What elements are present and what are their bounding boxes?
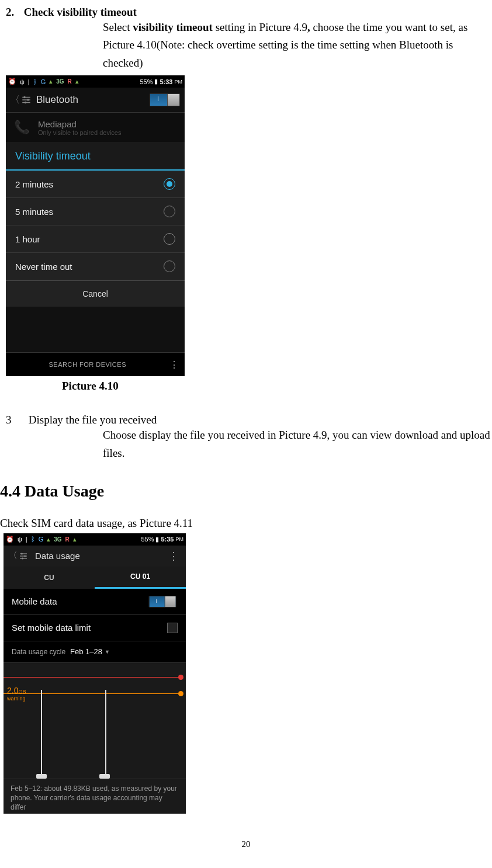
- overflow-icon[interactable]: ⋮: [166, 550, 181, 563]
- divider-icon: |: [26, 536, 27, 543]
- range-handle-left[interactable]: [36, 774, 47, 779]
- battery-icon: ▮: [154, 78, 158, 85]
- g-icon: G: [41, 78, 46, 85]
- radio-selected-icon: [164, 178, 175, 190]
- section2-body: Select visibility timeout setting in Pic…: [103, 19, 492, 72]
- row-label: Set mobile data limit: [12, 623, 91, 633]
- cycle-value: Feb 1–28: [70, 647, 102, 656]
- status-bar: ⏰ ψ | ᛒ G ▴ 3G R ▴ 55% ▮ 5:33 PM: [6, 75, 185, 88]
- option-label: 2 minutes: [15, 179, 53, 189]
- usage-chart[interactable]: 2.0GB warning: [4, 663, 186, 779]
- back-icon[interactable]: 〈: [8, 550, 18, 562]
- bluetooth-icon: ᛒ: [31, 536, 35, 543]
- svg-point-9: [21, 553, 23, 554]
- signal-icon: ▴: [49, 78, 53, 85]
- tab-cu01[interactable]: CU 01: [95, 567, 186, 589]
- range-handle-right[interactable]: [99, 774, 110, 779]
- bluetooth-header: 〈 Bluetooth I: [6, 88, 185, 113]
- figure-caption: Picture 4.10: [62, 380, 492, 393]
- bluetooth-icon: ᛒ: [33, 78, 37, 85]
- battery-pct: 55%: [140, 78, 153, 85]
- usage-summary: Feb 5–12: about 49.83KB used, as measure…: [4, 779, 186, 814]
- svg-point-5: [25, 102, 26, 103]
- footer-bar: SEARCH FOR DEVICES ⋮: [6, 352, 185, 376]
- tab-cu[interactable]: CU: [4, 567, 95, 589]
- bluetooth-toggle[interactable]: I: [150, 93, 180, 106]
- item-title: Display the file you received: [29, 414, 157, 426]
- network-icon: 3G: [54, 536, 61, 543]
- debug-icon: ψ: [18, 536, 22, 543]
- row-label: Mobile data: [12, 596, 57, 606]
- set-limit-row[interactable]: Set mobile data limit: [4, 615, 186, 641]
- option-never[interactable]: Never time out: [6, 253, 185, 280]
- battery-pct: 55%: [141, 536, 154, 543]
- option-label: Never time out: [15, 262, 72, 272]
- device-row: 📞 Mediapad Only visible to paired device…: [6, 113, 185, 142]
- device-name: Mediapad: [38, 119, 121, 129]
- sim-tabs: CU CU 01: [4, 567, 186, 589]
- item-number: 2.: [6, 6, 21, 19]
- item-number: 3: [6, 414, 26, 426]
- screenshot-bluetooth-visibility: ⏰ ψ | ᛒ G ▴ 3G R ▴ 55% ▮ 5:33 PM 〈 Bluet…: [6, 75, 185, 376]
- phone-icon: 📞: [14, 120, 30, 135]
- cycle-row[interactable]: Data usage cycle Feb 1–28 ▼: [4, 641, 186, 663]
- data-usage-header: 〈 Data usage ⋮: [4, 546, 186, 567]
- clock-time: 5:33: [160, 78, 172, 85]
- body-text: Check SIM card data usage, as Picture 4.…: [0, 517, 492, 530]
- mobile-data-toggle[interactable]: I: [149, 596, 176, 607]
- cancel-button[interactable]: Cancel: [6, 280, 185, 307]
- screen-title: Bluetooth: [36, 94, 150, 106]
- option-label: 1 hour: [15, 234, 40, 244]
- item-title: Check visibility timeout: [24, 6, 137, 18]
- page-number: 20: [0, 839, 492, 849]
- screen-title: Data usage: [35, 551, 166, 561]
- signal-icon: ▴: [47, 536, 50, 543]
- status-bar: ⏰ ψ | ᛒ G ▴ 3G R ▴ 55% ▮ 5:35 PM: [4, 533, 186, 546]
- svg-point-11: [22, 557, 23, 559]
- warning-value: 2.0GB: [7, 686, 26, 695]
- settings-icon-sliders: [21, 95, 32, 105]
- signal2-icon: ▴: [73, 536, 77, 543]
- cycle-label: Data usage cycle: [12, 648, 65, 656]
- heading-data-usage: 4.4 Data Usage: [0, 482, 492, 501]
- screenshot-data-usage: ⏰ ψ | ᛒ G ▴ 3G R ▴ 55% ▮ 5:35 PM 〈 Data …: [4, 533, 186, 814]
- clock-ampm: PM: [176, 536, 184, 542]
- svg-point-3: [23, 96, 25, 98]
- clock-ampm: PM: [175, 79, 183, 85]
- mobile-data-row[interactable]: Mobile data I: [4, 589, 186, 615]
- section3-body: Choose display the file you received in …: [103, 426, 492, 462]
- alarm-icon: ⏰: [8, 78, 16, 85]
- warning-handle[interactable]: [178, 691, 183, 696]
- option-1hour[interactable]: 1 hour: [6, 225, 185, 253]
- roaming-icon: R: [68, 78, 72, 85]
- section3-heading: 3 Display the file you received: [6, 414, 492, 426]
- radio-icon: [164, 261, 175, 272]
- device-sub: Only visible to paired devices: [38, 129, 121, 136]
- battery-icon: ▮: [155, 536, 159, 543]
- dropdown-icon: ▼: [105, 649, 110, 655]
- svg-rect-6: [20, 553, 27, 554]
- range-selection[interactable]: [41, 690, 106, 774]
- option-5min[interactable]: 5 minutes: [6, 198, 185, 225]
- g-icon: G: [39, 536, 44, 543]
- search-devices-button[interactable]: SEARCH FOR DEVICES: [6, 361, 169, 368]
- network-icon: 3G: [56, 78, 64, 85]
- roaming-icon: R: [65, 536, 70, 543]
- alarm-icon: ⏰: [6, 536, 14, 543]
- radio-icon: [164, 233, 175, 245]
- warning-label: warning: [7, 696, 26, 702]
- back-icon[interactable]: 〈: [11, 94, 20, 106]
- overflow-icon[interactable]: ⋮: [169, 359, 185, 370]
- limit-handle[interactable]: [178, 675, 183, 680]
- svg-point-10: [24, 555, 26, 557]
- svg-point-4: [27, 99, 29, 100]
- debug-icon: ψ: [20, 78, 25, 85]
- dialog-title: Visibility timeout: [6, 142, 185, 171]
- option-2min[interactable]: 2 minutes: [6, 171, 185, 198]
- checkbox-icon[interactable]: [167, 623, 178, 633]
- divider-icon: |: [28, 78, 30, 85]
- settings-icon-sliders: [19, 551, 28, 561]
- limit-line[interactable]: [4, 677, 181, 678]
- radio-icon: [164, 206, 175, 217]
- option-label: 5 minutes: [15, 207, 53, 217]
